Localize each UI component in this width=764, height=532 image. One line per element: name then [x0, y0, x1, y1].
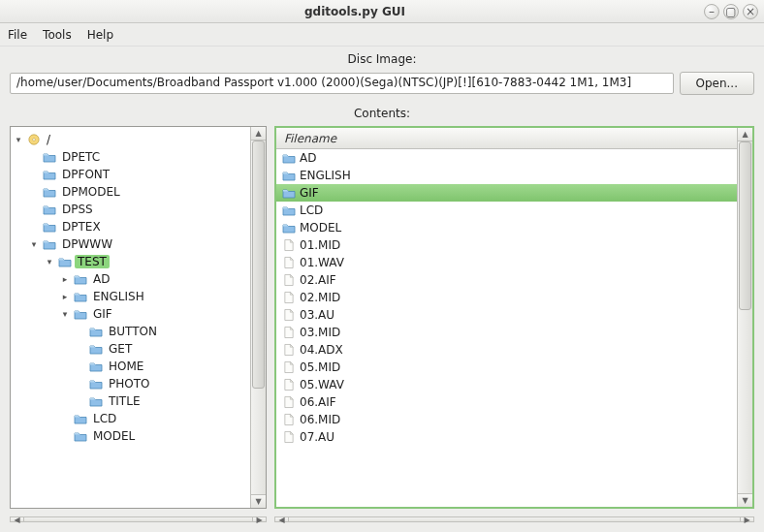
- tree-item-label: PHOTO: [106, 377, 152, 391]
- folder-tree: ▾/DPETCDPFONTDPMODELDPSSDPTEX▾DPWWW▾TEST…: [11, 127, 250, 449]
- list-item[interactable]: 02.MID: [276, 289, 737, 306]
- tree-item[interactable]: DPSS: [11, 201, 250, 218]
- chevron-down-icon[interactable]: ▾: [28, 239, 40, 249]
- tree-item[interactable]: ▾TEST: [11, 253, 250, 270]
- tree-item[interactable]: DPTEX: [11, 218, 250, 235]
- chevron-down-icon[interactable]: ▾: [13, 135, 24, 144]
- open-button[interactable]: Open...: [680, 72, 755, 95]
- folder-icon: [73, 272, 88, 286]
- folder-icon: [88, 360, 104, 373]
- scroll-right-icon[interactable]: ▶: [740, 517, 753, 521]
- tree-item[interactable]: ▸AD: [11, 270, 250, 288]
- scroll-up-icon[interactable]: ▲: [738, 128, 752, 141]
- tree-item-label: /: [44, 133, 53, 146]
- list-item-label: 07.AU: [298, 430, 334, 444]
- list-item[interactable]: MODEL: [276, 219, 737, 236]
- tree-item-label: DPTEX: [59, 220, 104, 234]
- chevron-right-icon[interactable]: ▸: [59, 274, 71, 284]
- folder-icon: [88, 325, 104, 338]
- tree-item[interactable]: DPMODEL: [11, 183, 250, 201]
- tree-item[interactable]: MODEL: [11, 427, 250, 445]
- tree-item-label: DPWWW: [59, 237, 115, 251]
- menu-file[interactable]: File: [8, 28, 27, 42]
- folder-icon: [42, 237, 57, 251]
- tree-item[interactable]: ▾GIF: [11, 305, 250, 323]
- scroll-down-icon[interactable]: ▼: [738, 493, 752, 507]
- tree-scroll-area[interactable]: ▾/DPETCDPFONTDPMODELDPSSDPTEX▾DPWWW▾TEST…: [11, 127, 250, 508]
- list-item[interactable]: LCD: [276, 202, 737, 219]
- folder-icon: [280, 187, 298, 199]
- disc-path-input[interactable]: /home/user/Documents/Broadband Passport …: [10, 73, 674, 94]
- list-item-label: 02.MID: [298, 291, 340, 304]
- minimize-button[interactable]: –: [704, 4, 719, 19]
- tree-item-label: TITLE: [106, 394, 143, 408]
- disc-image-label: Disc Image:: [0, 47, 764, 72]
- list-item-label: LCD: [298, 203, 323, 217]
- tree-item[interactable]: DPFONT: [11, 166, 250, 183]
- tree-vscrollbar[interactable]: ▲ ▼: [250, 127, 266, 508]
- list-item[interactable]: GIF: [276, 184, 737, 202]
- tree-item[interactable]: GET: [11, 340, 250, 358]
- list-item[interactable]: 05.MID: [276, 359, 737, 376]
- list-item-label: 04.ADX: [298, 343, 343, 357]
- scroll-right-icon[interactable]: ▶: [252, 517, 266, 521]
- scroll-left-icon[interactable]: ◀: [11, 517, 24, 521]
- window-title: gditools.py GUI: [6, 5, 704, 18]
- folder-icon: [280, 170, 298, 181]
- list-item[interactable]: AD: [276, 149, 737, 167]
- chevron-right-icon[interactable]: ▸: [59, 292, 71, 301]
- tree-item[interactable]: PHOTO: [11, 375, 250, 392]
- tree-item[interactable]: LCD: [11, 410, 250, 427]
- folder-icon: [280, 222, 298, 234]
- tree-item[interactable]: ▾DPWWW: [11, 235, 250, 253]
- list-vscrollbar[interactable]: ▲ ▼: [737, 128, 752, 507]
- list-item[interactable]: 05.WAV: [276, 376, 737, 393]
- tree-item-label: DPSS: [59, 203, 96, 216]
- chevron-down-icon[interactable]: ▾: [59, 309, 71, 319]
- list-item-label: 03.MID: [298, 326, 340, 339]
- folder-icon: [42, 168, 57, 181]
- tree-item[interactable]: ▾/: [11, 131, 250, 148]
- list-item-label: 01.WAV: [298, 256, 344, 269]
- menu-tools[interactable]: Tools: [43, 28, 72, 42]
- list-item[interactable]: 02.AIF: [276, 271, 737, 289]
- list-header-filename[interactable]: Filename: [276, 128, 737, 149]
- tree-item[interactable]: HOME: [11, 358, 250, 375]
- list-item[interactable]: 03.MID: [276, 324, 737, 341]
- menu-help[interactable]: Help: [87, 28, 113, 42]
- file-icon: [280, 326, 298, 339]
- tree-hscrollbar[interactable]: ◀ ▶: [10, 516, 267, 522]
- folder-icon: [42, 220, 57, 234]
- list-item[interactable]: 03.AU: [276, 306, 737, 324]
- window-buttons: – ▢ ×: [704, 4, 758, 19]
- list-item[interactable]: 06.MID: [276, 411, 737, 428]
- scroll-down-icon[interactable]: ▼: [251, 494, 266, 508]
- list-item[interactable]: 06.AIF: [276, 393, 737, 411]
- maximize-button[interactable]: ▢: [723, 4, 739, 19]
- tree-item[interactable]: ▸ENGLISH: [11, 288, 250, 305]
- list-scroll-area[interactable]: Filename ADENGLISHGIFLCDMODEL01.MID01.WA…: [276, 128, 737, 507]
- list-item[interactable]: 01.MID: [276, 236, 737, 254]
- main-area: ▾/DPETCDPFONTDPMODELDPSSDPTEX▾DPWWW▾TEST…: [0, 126, 764, 516]
- file-icon: [280, 256, 298, 269]
- list-item-label: 02.AIF: [298, 273, 336, 287]
- list-item[interactable]: 07.AU: [276, 428, 737, 446]
- contents-label: Contents:: [0, 103, 764, 126]
- close-button[interactable]: ×: [743, 4, 758, 19]
- chevron-down-icon[interactable]: ▾: [44, 257, 55, 266]
- list-item-label: 01.MID: [298, 238, 340, 252]
- tree-item-label: ENGLISH: [90, 290, 147, 303]
- list-item[interactable]: 01.WAV: [276, 254, 737, 271]
- list-item[interactable]: ENGLISH: [276, 167, 737, 184]
- list-hscrollbar[interactable]: ◀ ▶: [274, 516, 754, 522]
- scroll-left-icon[interactable]: ◀: [275, 517, 289, 521]
- folder-icon: [42, 203, 57, 216]
- list-item-label: 03.AU: [298, 308, 334, 322]
- list-item-label: AD: [298, 151, 316, 165]
- scroll-up-icon[interactable]: ▲: [251, 127, 266, 141]
- list-item[interactable]: 04.ADX: [276, 341, 737, 359]
- tree-item[interactable]: DPETC: [11, 148, 250, 166]
- tree-item[interactable]: TITLE: [11, 392, 250, 410]
- file-icon: [280, 360, 298, 374]
- tree-item[interactable]: BUTTON: [11, 323, 250, 340]
